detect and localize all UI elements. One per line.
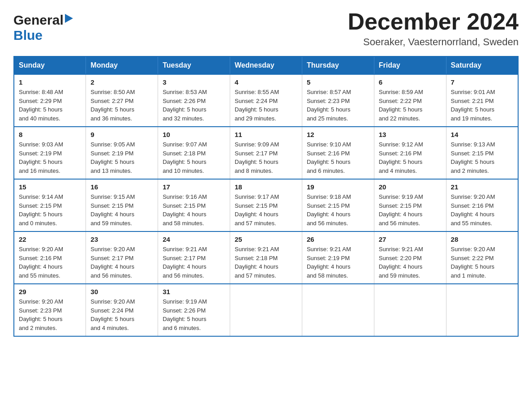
calendar-cell: 4Sunrise: 8:55 AMSunset: 2:24 PMDaylight… [230,74,302,127]
day-number: 11 [235,131,297,138]
day-number: 2 [90,78,153,86]
calendar-week-row: 15Sunrise: 9:14 AMSunset: 2:15 PMDayligh… [14,179,518,231]
day-info: Sunrise: 9:20 AMSunset: 2:16 PMDaylight:… [451,193,513,227]
calendar-week-row: 29Sunrise: 9:20 AMSunset: 2:23 PMDayligh… [14,284,518,336]
page-title: December 2024 [348,9,519,34]
col-monday: Monday [86,56,158,74]
day-info: Sunrise: 9:16 AMSunset: 2:15 PMDaylight:… [163,193,225,227]
day-number: 18 [235,183,297,191]
calendar-cell: 6Sunrise: 8:59 AMSunset: 2:22 PMDaylight… [374,74,446,127]
day-info: Sunrise: 9:17 AMSunset: 2:15 PMDaylight:… [235,193,297,227]
day-info: Sunrise: 8:57 AMSunset: 2:23 PMDaylight:… [307,88,369,123]
day-number: 27 [379,235,442,243]
calendar-cell [374,284,446,336]
day-number: 7 [451,78,513,86]
calendar-cell: 9Sunrise: 9:05 AMSunset: 2:19 PMDaylight… [86,127,158,179]
calendar-cell: 31Sunrise: 9:19 AMSunset: 2:26 PMDayligh… [158,284,230,336]
calendar-cell: 19Sunrise: 9:18 AMSunset: 2:15 PMDayligh… [302,179,374,231]
calendar-cell: 13Sunrise: 9:12 AMSunset: 2:16 PMDayligh… [374,127,446,179]
page-subtitle: Soeraker, Vaesternorrland, Sweden [348,36,519,48]
day-info: Sunrise: 9:19 AMSunset: 2:26 PMDaylight:… [163,297,225,332]
logo-blue-text: Blue [13,28,43,43]
calendar-cell: 8Sunrise: 9:03 AMSunset: 2:19 PMDaylight… [14,127,86,179]
calendar-table: Sunday Monday Tuesday Wednesday Thursday… [13,56,519,337]
calendar-cell: 15Sunrise: 9:14 AMSunset: 2:15 PMDayligh… [14,179,86,231]
calendar-week-row: 22Sunrise: 9:20 AMSunset: 2:16 PMDayligh… [14,231,518,284]
day-info: Sunrise: 9:19 AMSunset: 2:15 PMDaylight:… [379,193,442,227]
calendar-cell: 20Sunrise: 9:19 AMSunset: 2:15 PMDayligh… [374,179,446,231]
day-info: Sunrise: 9:20 AMSunset: 2:16 PMDaylight:… [19,245,81,280]
calendar-cell: 17Sunrise: 9:16 AMSunset: 2:15 PMDayligh… [158,179,230,231]
col-saturday: Saturday [446,56,518,74]
calendar-cell: 1Sunrise: 8:48 AMSunset: 2:29 PMDaylight… [14,74,86,127]
day-info: Sunrise: 9:09 AMSunset: 2:17 PMDaylight:… [235,140,297,175]
title-block: December 2024 Soeraker, Vaesternorrland,… [348,9,519,48]
day-info: Sunrise: 8:50 AMSunset: 2:27 PMDaylight:… [90,88,153,123]
page-header: General Blue December 2024 Soeraker, Vae… [13,9,519,48]
calendar-cell: 24Sunrise: 9:21 AMSunset: 2:17 PMDayligh… [158,231,230,284]
day-number: 8 [19,131,81,138]
day-number: 31 [163,288,225,295]
day-number: 21 [451,183,513,191]
col-friday: Friday [374,56,446,74]
day-number: 28 [451,235,513,243]
calendar-cell: 22Sunrise: 9:20 AMSunset: 2:16 PMDayligh… [14,231,86,284]
calendar-cell: 5Sunrise: 8:57 AMSunset: 2:23 PMDaylight… [302,74,374,127]
day-number: 16 [90,183,153,191]
day-info: Sunrise: 9:10 AMSunset: 2:16 PMDaylight:… [307,140,369,175]
day-info: Sunrise: 9:21 AMSunset: 2:20 PMDaylight:… [379,245,442,280]
calendar-cell: 23Sunrise: 9:20 AMSunset: 2:17 PMDayligh… [86,231,158,284]
day-info: Sunrise: 9:07 AMSunset: 2:18 PMDaylight:… [163,140,225,175]
day-info: Sunrise: 9:05 AMSunset: 2:19 PMDaylight:… [90,140,153,175]
calendar-cell: 2Sunrise: 8:50 AMSunset: 2:27 PMDaylight… [86,74,158,127]
calendar-cell [446,284,518,336]
calendar-cell: 27Sunrise: 9:21 AMSunset: 2:20 PMDayligh… [374,231,446,284]
day-number: 6 [379,78,442,86]
day-info: Sunrise: 8:59 AMSunset: 2:22 PMDaylight:… [379,88,442,123]
day-info: Sunrise: 9:20 AMSunset: 2:22 PMDaylight:… [451,245,513,280]
col-wednesday: Wednesday [230,56,302,74]
calendar-cell: 11Sunrise: 9:09 AMSunset: 2:17 PMDayligh… [230,127,302,179]
day-number: 30 [90,288,153,295]
calendar-week-row: 1Sunrise: 8:48 AMSunset: 2:29 PMDaylight… [14,74,518,127]
day-number: 12 [307,131,369,138]
day-info: Sunrise: 9:20 AMSunset: 2:23 PMDaylight:… [19,297,81,332]
calendar-cell: 7Sunrise: 9:01 AMSunset: 2:21 PMDaylight… [446,74,518,127]
day-info: Sunrise: 9:13 AMSunset: 2:15 PMDaylight:… [451,140,513,175]
calendar-cell: 10Sunrise: 9:07 AMSunset: 2:18 PMDayligh… [158,127,230,179]
day-info: Sunrise: 9:21 AMSunset: 2:17 PMDaylight:… [163,245,225,280]
calendar-cell: 12Sunrise: 9:10 AMSunset: 2:16 PMDayligh… [302,127,374,179]
calendar-cell: 16Sunrise: 9:15 AMSunset: 2:15 PMDayligh… [86,179,158,231]
day-info: Sunrise: 9:21 AMSunset: 2:19 PMDaylight:… [307,245,369,280]
day-info: Sunrise: 8:48 AMSunset: 2:29 PMDaylight:… [19,88,81,123]
calendar-cell [302,284,374,336]
day-number: 10 [163,131,225,138]
day-number: 24 [163,235,225,243]
day-number: 9 [90,131,153,138]
day-number: 13 [379,131,442,138]
calendar-cell: 28Sunrise: 9:20 AMSunset: 2:22 PMDayligh… [446,231,518,284]
svg-marker-0 [65,14,73,23]
calendar-week-row: 8Sunrise: 9:03 AMSunset: 2:19 PMDaylight… [14,127,518,179]
day-number: 19 [307,183,369,191]
day-info: Sunrise: 9:20 AMSunset: 2:24 PMDaylight:… [90,297,153,332]
col-thursday: Thursday [302,56,374,74]
calendar-cell: 29Sunrise: 9:20 AMSunset: 2:23 PMDayligh… [14,284,86,336]
col-sunday: Sunday [14,56,86,74]
day-info: Sunrise: 9:20 AMSunset: 2:17 PMDaylight:… [90,245,153,280]
day-info: Sunrise: 8:55 AMSunset: 2:24 PMDaylight:… [235,88,297,123]
day-number: 15 [19,183,81,191]
calendar-cell: 30Sunrise: 9:20 AMSunset: 2:24 PMDayligh… [86,284,158,336]
calendar-cell: 18Sunrise: 9:17 AMSunset: 2:15 PMDayligh… [230,179,302,231]
day-info: Sunrise: 9:18 AMSunset: 2:15 PMDaylight:… [307,193,369,227]
day-info: Sunrise: 9:15 AMSunset: 2:15 PMDaylight:… [90,193,153,227]
calendar-cell: 14Sunrise: 9:13 AMSunset: 2:15 PMDayligh… [446,127,518,179]
day-number: 5 [307,78,369,86]
day-number: 1 [19,78,81,86]
day-info: Sunrise: 9:12 AMSunset: 2:16 PMDaylight:… [379,140,442,175]
col-tuesday: Tuesday [158,56,230,74]
day-number: 26 [307,235,369,243]
day-info: Sunrise: 9:03 AMSunset: 2:19 PMDaylight:… [19,140,81,175]
day-info: Sunrise: 9:21 AMSunset: 2:18 PMDaylight:… [235,245,297,280]
calendar-header-row: Sunday Monday Tuesday Wednesday Thursday… [14,56,518,74]
